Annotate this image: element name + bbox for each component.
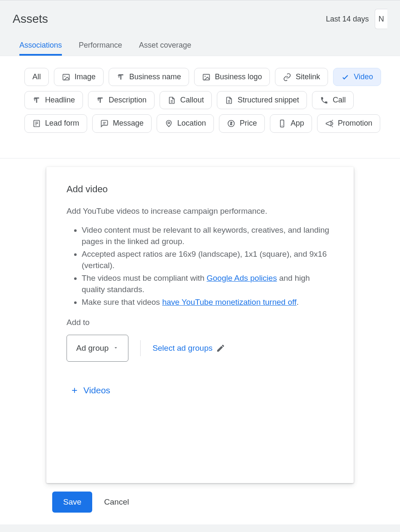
chip-location[interactable]: Location — [157, 114, 214, 132]
chip-business-logo[interactable]: Business logo — [194, 68, 270, 86]
date-range-label[interactable]: Last 14 days — [326, 15, 369, 24]
svg-point-3 — [205, 75, 206, 77]
chip-label: Message — [113, 118, 144, 129]
svg-point-14 — [168, 122, 170, 124]
requirements-list: Video content must be relevant to all ke… — [67, 224, 333, 308]
add-to-select-value: Ad group — [76, 344, 109, 353]
page-title: Assets — [13, 12, 48, 26]
check-icon — [341, 73, 349, 81]
svg-rect-0 — [63, 74, 69, 80]
chip-label: Description — [109, 95, 147, 105]
requirement-item: Video content must be relevant to all ke… — [82, 224, 333, 247]
text-format-icon — [96, 96, 104, 105]
chip-callout[interactable]: Callout — [160, 91, 212, 109]
chip-promotion[interactable]: Promotion — [317, 114, 380, 132]
svg-rect-2 — [203, 74, 210, 80]
chip-all[interactable]: All — [24, 68, 49, 86]
chip-app[interactable]: App — [270, 114, 312, 132]
requirement-item: The videos must be compliant with Google… — [82, 272, 333, 296]
promotion-icon — [325, 119, 333, 128]
date-next-truncated[interactable]: N — [375, 9, 387, 29]
plus-icon: + — [72, 384, 77, 396]
chip-image[interactable]: Image — [54, 68, 104, 86]
chip-price[interactable]: Price — [219, 114, 265, 132]
caret-down-icon — [113, 344, 119, 353]
chip-label: Location — [177, 118, 206, 129]
add-video-card: Add video Add YouTube videos to increase… — [46, 167, 354, 483]
requirement-item: Accepted aspect ratios are 16x9 (landsca… — [82, 248, 333, 271]
chip-video[interactable]: Video — [333, 68, 381, 86]
save-button[interactable]: Save — [52, 492, 92, 513]
chip-structured-snippet[interactable]: Structured snippet — [217, 91, 307, 109]
image-icon — [62, 73, 70, 81]
select-ad-groups-link[interactable]: Select ad groups — [152, 344, 225, 353]
chip-label: Structured snippet — [237, 95, 299, 105]
svg-point-1 — [64, 75, 66, 77]
chip-call[interactable]: Call — [312, 91, 354, 109]
image-icon — [202, 73, 211, 81]
add-videos-button[interactable]: + Videos — [72, 384, 110, 396]
vertical-divider — [140, 340, 141, 356]
card-intro: Add YouTube videos to increase campaign … — [67, 207, 333, 216]
text-format-icon — [117, 73, 125, 81]
chip-label: Price — [240, 118, 257, 129]
chip-label: Lead form — [45, 118, 79, 129]
chip-label: Video — [354, 72, 373, 82]
svg-line-18 — [332, 120, 333, 121]
add-videos-label: Videos — [83, 385, 110, 395]
chip-business-name[interactable]: Business name — [109, 68, 189, 86]
chip-label: All — [32, 72, 41, 82]
chip-lead-form[interactable]: Lead form — [24, 114, 87, 132]
price-icon — [227, 119, 235, 128]
chip-headline[interactable]: Headline — [24, 91, 83, 109]
chip-description[interactable]: Description — [88, 91, 155, 109]
add-to-select[interactable]: Ad group — [67, 335, 128, 362]
chip-label: App — [291, 118, 304, 129]
requirement-item: Make sure that videos have YouTube monet… — [82, 296, 333, 308]
asset-type-chips: AllImageBusiness nameBusiness logoSiteli… — [24, 68, 387, 133]
chip-label: Business name — [129, 72, 181, 82]
cancel-button[interactable]: Cancel — [104, 497, 129, 507]
add-to-label: Add to — [67, 318, 333, 327]
chip-label: Sitelink — [296, 72, 320, 82]
tabs: AssociationsPerformanceAsset coverage — [0, 33, 400, 56]
chip-label: Business logo — [215, 72, 262, 82]
svg-rect-16 — [280, 120, 284, 127]
chip-label: Headline — [45, 95, 75, 105]
location-icon — [165, 119, 173, 128]
tab-performance[interactable]: Performance — [79, 41, 122, 56]
card-title: Add video — [67, 184, 333, 195]
tab-asset-coverage[interactable]: Asset coverage — [139, 41, 191, 56]
chip-message[interactable]: Message — [92, 114, 152, 132]
app-icon — [278, 119, 286, 128]
tab-associations[interactable]: Associations — [19, 41, 62, 56]
document-icon — [225, 96, 233, 105]
policy-link[interactable]: Google Ads policies — [207, 274, 277, 282]
form-icon — [32, 119, 41, 128]
chip-sitelink[interactable]: Sitelink — [275, 68, 328, 86]
text-format-icon — [32, 96, 41, 105]
chip-label: Callout — [180, 95, 204, 105]
link-icon — [283, 73, 291, 81]
policy-link[interactable]: have YouTube monetization turned off — [162, 298, 296, 306]
chip-label: Promotion — [338, 118, 372, 129]
message-icon — [100, 119, 109, 128]
select-ad-groups-text: Select ad groups — [152, 344, 213, 353]
chip-label: Image — [75, 72, 96, 82]
phone-icon — [320, 96, 328, 105]
chip-label: Call — [333, 95, 346, 105]
pencil-icon — [216, 344, 225, 353]
document-icon — [168, 96, 176, 105]
svg-line-20 — [332, 126, 333, 127]
